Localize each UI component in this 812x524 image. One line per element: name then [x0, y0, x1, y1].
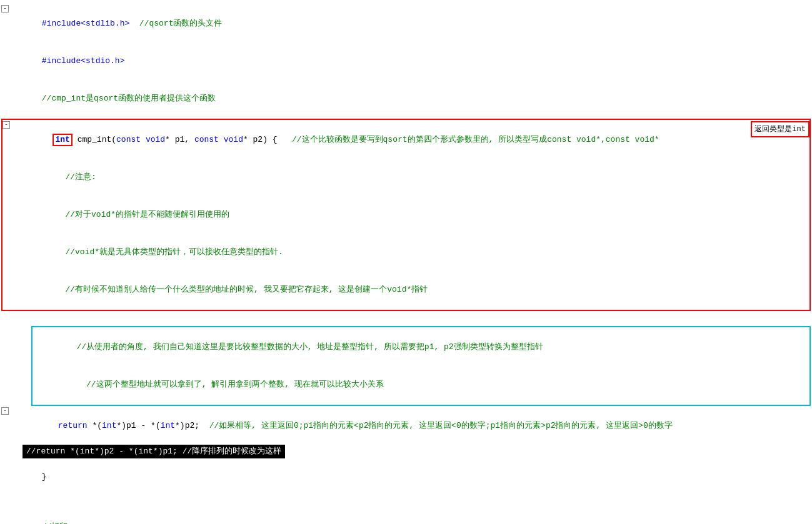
line-15-content: //打印 [10, 508, 812, 524]
line-4: - int cmp_int(const void* p1, const void… [3, 121, 809, 159]
line-1-content: #include<stdlib.h> //qsort函数的头文件 [10, 5, 812, 42]
collapse-btn-11[interactable]: - [1, 407, 9, 415]
collapse-btn-4[interactable]: - [3, 121, 10, 129]
line-2-content: #include<stdio.h> [10, 42, 812, 80]
line-13: } [0, 458, 812, 496]
code-editor: - #include<stdlib.h> //qsort函数的头文件 #incl… [0, 0, 812, 524]
line-11: - return *(int*)p1 - *(int*)p2; //如果相等, … [0, 407, 812, 445]
line-4-content: int cmp_int(const void* p1, const void* … [11, 121, 809, 159]
line-3-content: //cmp_int是qsort函数的使用者提供这个函数 [10, 80, 812, 117]
collapse-btn-1[interactable]: - [1, 5, 9, 12]
line-6-content: //对于void*的指针是不能随便解引用使用的 [24, 196, 809, 234]
line-6: //对于void*的指针是不能随便解引用使用的 [3, 196, 809, 234]
line-3: //cmp_int是qsort函数的使用者提供这个函数 [0, 80, 812, 117]
line-2: #include<stdio.h> [0, 42, 812, 80]
line-10b: //这两个整型地址就可以拿到了, 解引用拿到两个整数, 现在就可以比较大小关系 [35, 366, 807, 403]
line-10a-content: //从使用者的角度, 我们自己知道这里是要比较整型数据的大小, 地址是整型指针,… [35, 329, 807, 366]
right-note-int: 返回类型是int [751, 121, 809, 137]
line-15: //打印 [0, 508, 812, 524]
line-11-content: return *(int*)p1 - *(int*)p2; //如果相等, 这里… [10, 407, 812, 445]
line-13-content: } [10, 458, 812, 496]
line-7: //void*就是无具体类型的指针，可以接收任意类型的指针. [3, 234, 809, 271]
line-7-content: //void*就是无具体类型的指针，可以接收任意类型的指针. [24, 234, 809, 271]
cyan-block: //从使用者的角度, 我们自己知道这里是要比较整型数据的大小, 地址是整型指针,… [31, 326, 811, 406]
line-10b-content: //这两个整型地址就可以拿到了, 解引用拿到两个整数, 现在就可以比较大小关系 [35, 366, 807, 403]
line-8-content: //有时候不知道别人给传一个什么类型的地址的时候, 我又要把它存起来, 这是创建… [24, 271, 809, 309]
line-10a: //从使用者的角度, 我们自己知道这里是要比较整型数据的大小, 地址是整型指针,… [35, 329, 807, 366]
line-empty-2 [0, 496, 812, 508]
black-box-comment: //return *(int*)p2 - *(int*)p1; //降序排列的时… [23, 445, 285, 458]
line-5: //注意: [3, 159, 809, 196]
line-5-content: //注意: [24, 159, 809, 196]
red-block-1: - int cmp_int(const void* p1, const void… [1, 119, 811, 311]
line-12: //return *(int*)p2 - *(int*)p1; //降序排列的时… [0, 445, 812, 458]
line-1: - #include<stdlib.h> //qsort函数的头文件 [0, 5, 812, 42]
line-empty-1 [0, 312, 812, 325]
line-8: //有时候不知道别人给传一个什么类型的地址的时候, 我又要把它存起来, 这是创建… [3, 271, 809, 309]
